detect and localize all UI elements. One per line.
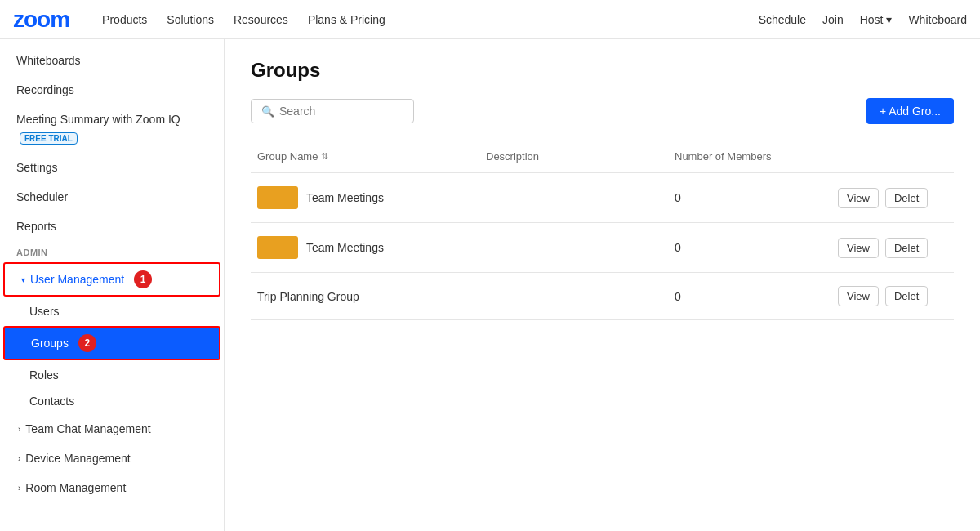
nav-right: Schedule Join Host ▾ Whiteboard [759,13,967,26]
nav-links: Products Solutions Resources Plans & Pri… [102,13,739,26]
admin-section-label: ADMIN [0,241,224,261]
sidebar-item-recordings[interactable]: Recordings [0,75,224,105]
group-desc-2 [479,244,668,251]
sidebar-item-scheduler[interactable]: Scheduler [0,182,224,212]
chevron-right-icon-device: › [18,454,20,463]
nav-whiteboard[interactable]: Whiteboard [908,13,967,26]
chevron-right-icon-room: › [18,484,20,493]
free-trial-badge: FREE TRIAL [20,132,78,145]
table-row: Trip Planning Group 0 View Delet [251,273,954,320]
group-color-1 [257,186,298,209]
group-members-2: 0 [668,238,831,257]
step-badge-2: 2 [78,334,96,352]
group-actions-2: View Delet [831,234,954,261]
group-name-cell-1: Team Meetings [251,183,479,212]
main-layout: Whiteboards Recordings Meeting Summary w… [0,39,980,531]
delete-button-3[interactable]: Delet [885,286,928,306]
sidebar-sub-contacts[interactable]: Contacts [0,388,224,414]
search-box[interactable]: 🔍 [251,99,414,123]
toolbar: 🔍 + Add Gro... [251,98,954,124]
nav-schedule[interactable]: Schedule [759,13,806,26]
group-actions-1: View Delet [831,185,954,212]
view-button-1[interactable]: View [838,188,879,208]
sidebar-item-reports[interactable]: Reports [0,212,224,241]
table-row: Team Meetings 0 View Delet [251,173,954,223]
group-name-cell-3: Trip Planning Group [251,287,479,306]
group-actions-3: View Delet [831,283,954,310]
nav-join[interactable]: Join [822,13,844,26]
view-button-2[interactable]: View [838,238,879,258]
sidebar-sub-users[interactable]: Users [0,298,224,324]
group-name-1: Team Meetings [306,191,384,204]
group-name-cell-2: Team Meetings [251,233,479,262]
nav-host[interactable]: Host ▾ [860,13,893,26]
user-management-label: User Management [30,273,124,286]
col-description: Description [479,147,668,166]
nav-products[interactable]: Products [102,13,147,26]
group-color-2 [257,236,298,259]
nav-plans[interactable]: Plans & Pricing [308,13,385,26]
groups-label: Groups [31,337,69,350]
sidebar-item-settings[interactable]: Settings [0,153,224,182]
zoom-logo[interactable]: zoom [13,7,69,33]
view-button-3[interactable]: View [838,286,879,306]
page-title: Groups [251,59,954,82]
col-name-label: Group Name [257,150,318,163]
room-mgmt-label: Room Management [25,481,126,494]
sidebar-device-mgmt[interactable]: › Device Management [0,444,224,473]
sidebar-room-mgmt[interactable]: › Room Management [0,473,224,502]
group-name-2: Team Meetings [306,241,384,254]
nav-solutions[interactable]: Solutions [167,13,214,26]
group-name-3: Trip Planning Group [257,290,359,303]
col-group-name[interactable]: Group Name ⇅ [251,147,479,166]
col-actions [831,147,954,166]
group-desc-1 [479,194,668,201]
sidebar-item-whiteboards[interactable]: Whiteboards [0,46,224,75]
sidebar-item-meeting-summary[interactable]: Meeting Summary with Zoom IQ FREE TRIAL [0,105,224,153]
sort-icon: ⇅ [321,151,328,162]
chevron-down-icon: ▾ [21,275,25,284]
group-members-1: 0 [668,188,831,207]
meeting-summary-label: Meeting Summary with Zoom IQ [16,113,180,126]
top-nav: zoom Products Solutions Resources Plans … [0,0,980,39]
sidebar-sub-groups[interactable]: Groups 2 [5,328,219,359]
delete-button-1[interactable]: Delet [885,188,928,208]
sidebar-sub-roles[interactable]: Roles [0,362,224,388]
step-badge-1: 1 [134,270,152,288]
nav-resources[interactable]: Resources [234,13,288,26]
group-members-3: 0 [668,287,831,306]
device-mgmt-label: Device Management [25,452,130,465]
main-content: Groups 🔍 + Add Gro... Group Name ⇅ Descr… [225,39,980,531]
search-input[interactable] [279,105,403,118]
col-members: Number of Members [668,147,831,166]
table-row: Team Meetings 0 View Delet [251,223,954,273]
table-header: Group Name ⇅ Description Number of Membe… [251,141,954,173]
sidebar-user-management[interactable]: ▾ User Management 1 [5,264,219,295]
chevron-right-icon-teamchat: › [18,425,20,434]
delete-button-2[interactable]: Delet [885,238,928,258]
group-desc-3 [479,293,668,300]
sidebar-team-chat[interactable]: › Team Chat Management [0,414,224,444]
search-icon: 🔍 [261,105,274,118]
add-group-button[interactable]: + Add Gro... [866,98,954,124]
sidebar: Whiteboards Recordings Meeting Summary w… [0,39,225,531]
team-chat-label: Team Chat Management [25,422,150,435]
